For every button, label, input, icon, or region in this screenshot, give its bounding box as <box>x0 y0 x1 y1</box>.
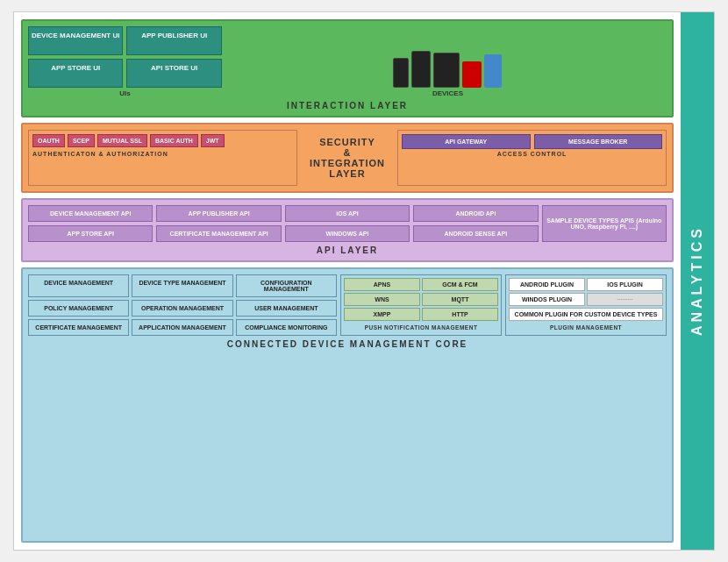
core-layer: DEVICE MANAGEMENT DEVICE TYPE MANAGEMENT… <box>21 267 674 543</box>
device-management-api: DEVICE MANAGEMENT API <box>28 205 153 222</box>
ios-plugin-btn: IOS PLUGIN <box>587 278 663 291</box>
application-management: APPLICATION MANAGEMENT <box>132 319 232 336</box>
app-store-api: APP STORE API <box>28 225 153 242</box>
certificate-management: CERTIFICATE MANAGEMENT <box>28 319 129 336</box>
app-publisher-ui: APP PUBLISHER UI <box>126 26 221 55</box>
ios-api: iOS API <box>285 205 410 222</box>
api-store-ui: API STORE UI <box>126 59 221 88</box>
device-type-management: DEVICE TYPE MANAGEMENT <box>132 274 232 297</box>
common-plugin-btn: COMMON PLUGIN FOR CUSTOM DEVICE TYPES <box>509 308 663 321</box>
app-store-ui: APP STORE UI <box>28 59 123 88</box>
scep-btn: SCEP <box>68 134 95 147</box>
device-raspberry <box>462 61 482 88</box>
android-plugin-btn: ANDROID PLUGIN <box>509 278 585 291</box>
security-center-label: SECURITY&INTEGRATIONLAYER <box>303 130 392 186</box>
access-control-area: API GATEWAY MESSAGE BROKER ACCESS CONTRO… <box>397 130 667 186</box>
core-layer-label: CONNECTED DEVICE MANAGEMENT CORE <box>28 339 667 349</box>
sample-device-types-api: SAMPLE DEVICE TYPES APIS (Arduino UNO, R… <box>542 205 667 242</box>
plugin-empty: --------- <box>587 293 663 306</box>
windos-plugin-btn: WINDOS PLUGIN <box>509 293 585 306</box>
android-sense-api: ANDROID SENSE API <box>413 225 538 242</box>
compliance-monitoring: COMPLIANCE MONITORING <box>236 319 337 336</box>
device-phone-2 <box>411 51 431 88</box>
http-btn: HTTP <box>422 308 498 321</box>
interaction-layer: DEVICE MANAGEMENT UI APP PUBLISHER UI AP… <box>21 19 674 117</box>
certificate-management-api: CERTIFICATE MANAGEMENT API <box>156 225 281 242</box>
device-management-ui: DEVICE MANAGEMENT UI <box>28 26 123 55</box>
push-notification-area: APNS GCM & FCM WNS MQTT XMPP HTTP PUSH N… <box>340 274 502 336</box>
interaction-layer-label: INTERACTION LAYER <box>28 101 667 110</box>
gcm-fcm-btn: GCM & FCM <box>422 278 498 291</box>
access-label: ACCESS CONTROL <box>402 151 662 157</box>
auth-area: OAUTH SCEP MUTUAL SSL BASIC AUTH JWT AUT… <box>28 130 297 186</box>
analytics-sidebar: ANALYTICS <box>681 12 714 550</box>
app-publisher-api: APP PUBLISHER API <box>156 205 281 222</box>
android-api: ANDROID API <box>413 205 538 222</box>
push-label: PUSH NOTIFICATION MANAGEMENT <box>344 324 498 331</box>
device-phone-1 <box>393 58 409 88</box>
device-management-core: DEVICE MANAGEMENT <box>28 274 129 297</box>
security-layer: OAUTH SCEP MUTUAL SSL BASIC AUTH JWT AUT… <box>21 123 674 193</box>
oauth-btn: OAUTH <box>32 134 65 147</box>
mqtt-btn: MQTT <box>422 293 498 306</box>
plugin-area: ANDROID PLUGIN IOS PLUGIN WINDOS PLUGIN … <box>505 274 667 336</box>
configuration-management: CONFIGURATION MANAGEMENT <box>236 274 337 297</box>
api-layer-label: API LAYER <box>28 245 667 255</box>
wns-btn: WNS <box>344 293 420 306</box>
apns-btn: APNS <box>344 278 420 291</box>
auth-label: AUTHENTICATON & AUTHORIZATION <box>32 151 293 157</box>
operation-management: OPERATION MANAGEMENT <box>132 300 232 317</box>
analytics-label: ANALYTICS <box>689 225 705 336</box>
jwt-btn: JWT <box>201 134 225 147</box>
message-broker-btn: MESSAGE BROKER <box>534 134 663 149</box>
mutual-ssl-btn: MUTUAL SSL <box>97 134 147 147</box>
uis-label: UIs <box>119 89 130 97</box>
user-management: USER MANAGEMENT <box>236 300 337 317</box>
plugin-label: PLUGIN MANAGEMENT <box>509 324 663 331</box>
device-phone-3 <box>484 54 502 88</box>
api-gateway-btn: API GATEWAY <box>402 134 531 149</box>
basic-auth-btn: BASIC AUTH <box>150 134 198 147</box>
api-layer: DEVICE MANAGEMENT API APP PUBLISHER API … <box>21 198 674 262</box>
policy-management: POLICY MANAGEMENT <box>28 300 129 317</box>
device-tablet <box>433 53 460 88</box>
windows-api: WINDOWS API <box>285 225 410 242</box>
devices-label: DEVICES <box>432 89 463 97</box>
xmpp-btn: XMPP <box>344 308 420 321</box>
